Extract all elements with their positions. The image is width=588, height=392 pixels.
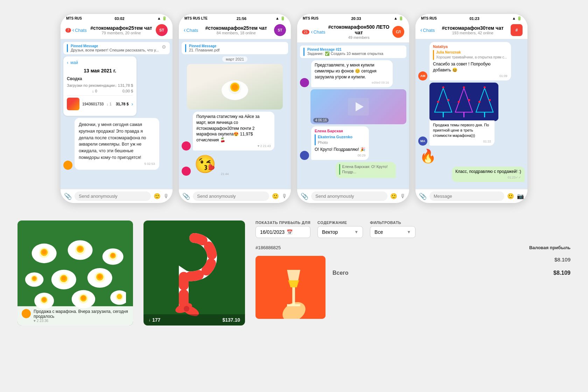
forward-sender: Ekaterina Guzenko bbox=[318, 134, 365, 140]
emoji-icon-4[interactable]: 🙂 bbox=[507, 193, 514, 200]
profit-thumb bbox=[255, 256, 326, 319]
svg-point-21 bbox=[489, 99, 491, 101]
msg-avatar-1 bbox=[63, 161, 72, 170]
tile-caption-text: Продажа с марафона. Вчера загрузила, сег… bbox=[34, 309, 129, 319]
mic-icon-3[interactable]: 🎙 bbox=[400, 193, 406, 200]
total-label: Всего bbox=[332, 270, 349, 276]
pinned-bar-3: Pinned Message #21 Задание: ✅ Создать 10… bbox=[300, 46, 406, 58]
profit-label: ПОКАЗАТЬ ПРИБЫЛЬ ДЛЯ bbox=[255, 220, 310, 225]
back-label-3: Chats bbox=[313, 29, 325, 35]
bottom-row: Продажа с марафона. Вчера загрузила, сег… bbox=[18, 220, 570, 326]
nataliya-avatar: AM bbox=[418, 71, 427, 80]
card-row-down-2: ↓ 0 bbox=[92, 89, 97, 93]
status-bar-1: MTS RUS 03:02 ▲ 🔋 bbox=[61, 14, 173, 22]
pin-label-3: Pinned Message #21 bbox=[307, 48, 403, 51]
emoji-icon-1[interactable]: 🙂 bbox=[154, 193, 161, 200]
tile-2-bottom: ↓ 177 $137.10 bbox=[144, 314, 245, 326]
svg-point-19 bbox=[468, 99, 470, 101]
long-msg-text: Девочки, у меня сегодня самая крупная пр… bbox=[79, 121, 155, 161]
chat-subtitle-1: 79 members, 20 online bbox=[87, 31, 156, 35]
status-bar-4: MTS RUS 01:23 ▲ 🔋 bbox=[415, 14, 527, 22]
emoji-icon-2[interactable]: 🙂 bbox=[272, 193, 279, 200]
mic-icon-2[interactable]: 🎙 bbox=[282, 193, 287, 200]
content-select[interactable]: Вектор ▼ bbox=[317, 226, 363, 238]
attach-icon-4[interactable]: 📎 bbox=[419, 192, 427, 200]
nav-avatar-2: ST bbox=[274, 24, 286, 36]
icons-1: ▲ 🔋 bbox=[157, 16, 167, 21]
svg-point-38 bbox=[33, 276, 36, 280]
long-text-msg: Девочки, у меня сегодня самая крупная пр… bbox=[75, 118, 159, 170]
filter-select[interactable]: Все ▼ bbox=[370, 226, 415, 238]
nav-back-1[interactable]: 7 ‹ Chats bbox=[65, 27, 87, 33]
attach-icon-1[interactable]: 📎 bbox=[64, 192, 72, 200]
chat-title-1: #стокомарафон25тем чат bbox=[87, 25, 156, 31]
emoji-row: 😘 21:44 bbox=[182, 153, 229, 176]
incoming-msg-row-3: Представляете, у меня купили симиляры из… bbox=[300, 60, 396, 87]
video-duration-3: 4 06:16 bbox=[313, 118, 328, 122]
profit-total-row: Всего $8.109 bbox=[332, 266, 570, 280]
avatar-badge-4: # bbox=[516, 28, 518, 33]
camera-icon-4[interactable]: 📷 bbox=[517, 193, 524, 200]
video-thumb-3[interactable]: 4 06:16 bbox=[310, 89, 406, 124]
card-back-arrow[interactable]: ‹ bbox=[67, 60, 68, 65]
pin-settings-icon[interactable]: ⚙ bbox=[162, 44, 166, 50]
fire-sticker: 🔥 bbox=[418, 148, 438, 164]
attach-icon-3[interactable]: 📎 bbox=[301, 192, 308, 200]
svg-point-14 bbox=[463, 86, 465, 88]
msg-avatar-3 bbox=[300, 78, 309, 87]
nav-title-block-2: #стокомарафон25тем чат 84 members, 18 on… bbox=[198, 25, 274, 35]
phone-1: MTS RUS 03:02 ▲ 🔋 7 ‹ Chats #стокомарафо… bbox=[61, 14, 173, 203]
card-row-label-1: Загрузки по рекомендации bbox=[67, 83, 115, 88]
nav-back-4[interactable]: ‹ Chats bbox=[420, 27, 435, 33]
xmas-img-inner bbox=[429, 83, 498, 121]
time-3: 20:33 bbox=[351, 16, 361, 21]
attach-icon-2[interactable]: 📎 bbox=[182, 192, 190, 200]
svg-rect-65 bbox=[287, 304, 300, 306]
input-bar-3: 📎 🙂 🎙 bbox=[297, 189, 409, 203]
reply-to-text: Хорошие трамвайчики, а открытка прям с..… bbox=[436, 55, 507, 60]
pinned-bar-1: Pinned Message Друзья, всем привет! Спеш… bbox=[63, 42, 170, 54]
phones-row: MTS RUS 03:02 ▲ 🔋 7 ‹ Chats #стокомарафо… bbox=[61, 14, 527, 203]
content-value: Вектор bbox=[322, 229, 338, 235]
date-filter-input[interactable]: 16/01/2023 📅 bbox=[255, 226, 310, 238]
pin-text-1: Друзья, всем привет! Спешим рассказать, … bbox=[71, 48, 159, 52]
elena-sender: Елена Барская bbox=[315, 128, 365, 134]
elena-text: О! Круто! Поздравляю! 🎉 bbox=[315, 147, 365, 153]
message-input-4[interactable] bbox=[429, 191, 504, 201]
time-1: 03:02 bbox=[114, 16, 124, 21]
date-divider-2: март 2021 bbox=[222, 56, 247, 62]
xmas-caption-text: Продажа темы первого дня. По приятной це… bbox=[433, 122, 491, 139]
xmas-svg bbox=[429, 84, 498, 119]
message-input-3[interactable] bbox=[311, 191, 387, 201]
profit-data-row: $8.109 bbox=[332, 254, 570, 266]
emoji-sticker: 😘 bbox=[193, 153, 217, 176]
nav-back-2[interactable]: ‹ Chats bbox=[184, 27, 198, 33]
time-4: 01:23 bbox=[469, 16, 479, 21]
nav-back-3[interactable]: 21 ‹ Chats bbox=[302, 29, 325, 35]
tile-caption-time: ♥ 2 23:36 bbox=[34, 319, 129, 323]
pin-text-3: Задание: ✅ Создать 10 макетов открытка bbox=[307, 51, 403, 56]
tile-1: Продажа с марафона. Вчера загрузила, сег… bbox=[18, 220, 133, 326]
tile-caption-avatar bbox=[22, 309, 31, 318]
input-bar-4: 📎 🙂 📷 bbox=[415, 189, 527, 203]
icons-3: ▲ 🔋 bbox=[394, 16, 404, 21]
svg-point-46 bbox=[98, 274, 102, 279]
mic-icon-1[interactable]: 🎙 bbox=[163, 193, 169, 200]
message-input-1[interactable] bbox=[75, 191, 151, 201]
long-msg-row: Девочки, у меня сегодня самая крупная пр… bbox=[63, 118, 159, 170]
phone-3: MTS RUS 20:33 ▲ 🔋 21 ‹ Chats #стокомараф… bbox=[297, 14, 409, 203]
product-arrow[interactable]: › bbox=[132, 101, 133, 107]
message-input-2[interactable] bbox=[193, 191, 269, 201]
product-id: 1943601733 bbox=[82, 102, 104, 106]
emoji-icon-3[interactable]: 🙂 bbox=[390, 193, 397, 200]
nav-bar-4: ‹ Chats #стокомарафон30тем чат 193 membe… bbox=[415, 22, 527, 39]
video-preview-svg bbox=[348, 98, 369, 115]
back-badge-1: 7 bbox=[65, 28, 71, 33]
reply-bubble-3: Елена Барская: О! Круто! Поздр... bbox=[336, 162, 406, 178]
svg-point-30 bbox=[78, 246, 82, 251]
nav-bar-2: ‹ Chats #стокомарафон25тем чат 84 member… bbox=[179, 22, 291, 39]
chat-subtitle-4: 193 members, 42 online bbox=[435, 31, 511, 35]
phone-2: MTS RUS LTE 21:56 ▲ 🔋 ‹ Chats #стокомара… bbox=[179, 14, 291, 203]
svg-point-54 bbox=[81, 296, 86, 300]
chat-body-3: Pinned Message #21 Задание: ✅ Создать 10… bbox=[297, 43, 409, 189]
